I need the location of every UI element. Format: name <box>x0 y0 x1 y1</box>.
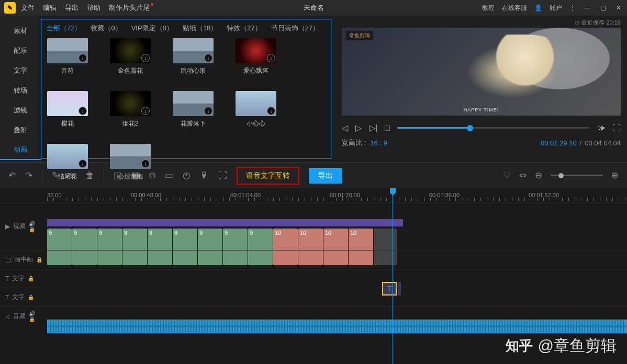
library-item-label: 结尾花 <box>58 172 77 181</box>
library-item-label: 烟花2 <box>122 119 139 128</box>
menu-help[interactable]: 帮助 <box>87 3 100 13</box>
menu-intro-outro[interactable]: 制作片头片尾 <box>109 3 153 13</box>
download-icon[interactable]: ↓ <box>204 107 212 115</box>
download-icon[interactable]: ↓ <box>141 160 150 168</box>
aspect-value[interactable]: 16 : 9 <box>370 139 387 147</box>
timecode-current: 00:01:29.10 <box>541 139 577 147</box>
menu-export[interactable]: 导出 <box>65 3 79 13</box>
library-tab[interactable]: 收藏（0） <box>91 24 121 33</box>
preview-panel: ◷ 最近保存 20:16 章鱼剪辑 HAPPY TIME! ◁ ▷ ▷| □ 🕪… <box>335 16 627 162</box>
library-item[interactable]: ↓音符 <box>47 38 88 75</box>
library-category-tabs: 全部（72）收藏（0）VIP限定（0）贴纸（18）特效（27）节日装饰（27） <box>47 24 326 33</box>
lock-icon[interactable]: 🔒 <box>28 276 34 281</box>
library-item-label: 小心心 <box>247 119 265 128</box>
mute-icon[interactable]: 🔊🔒 <box>29 221 35 232</box>
lock-icon[interactable]: 🔒 <box>28 294 34 300</box>
library-item-label: 心形泡泡 <box>118 172 143 181</box>
prev-frame-button[interactable]: ◁ <box>342 123 348 133</box>
library-item[interactable]: ↓心形泡泡 <box>109 144 151 181</box>
close-button[interactable]: ✕ <box>614 4 623 12</box>
download-icon[interactable]: ↓ <box>79 160 87 168</box>
download-icon[interactable]: ↓ <box>141 54 150 62</box>
link-service[interactable]: 在线客服 <box>502 4 527 13</box>
text-track-icon: T <box>5 294 9 301</box>
volume-icon[interactable]: 🕪 <box>597 123 605 133</box>
library-item-label: 音符 <box>61 66 74 75</box>
library-item[interactable]: ↓樱花 <box>47 91 88 128</box>
project-title: 未命名 <box>304 3 324 13</box>
marker-icon[interactable]: ♡ <box>503 170 511 181</box>
undo-icon[interactable]: ↶ <box>8 170 16 181</box>
library-tab[interactable]: 全部（72） <box>47 24 81 33</box>
download-icon[interactable]: ↓ <box>79 107 87 115</box>
side-tab-filter[interactable]: 滤镜 <box>0 100 41 120</box>
side-tab-material[interactable]: 素材 <box>0 21 41 41</box>
track-label: 音频 <box>13 312 26 321</box>
side-tab-transition[interactable]: 转场 <box>0 81 41 100</box>
menu-edit[interactable]: 编辑 <box>43 3 57 13</box>
side-tab-overlay[interactable]: 叠附 <box>0 120 41 140</box>
timecode-separator: / <box>580 139 582 147</box>
side-tab-animation[interactable]: 动画 <box>0 140 41 160</box>
preview-watermark: 章鱼剪辑 <box>346 31 373 40</box>
page-watermark: 知乎知乎 @章鱼剪辑@章鱼剪辑 <box>506 335 617 357</box>
library-tab[interactable]: 贴纸（18） <box>183 24 217 33</box>
play-button[interactable]: ▷ <box>355 123 362 133</box>
track-text-1: T文字🔒 T <box>0 269 627 288</box>
maximize-button[interactable]: ▢ <box>599 4 607 12</box>
save-status: ◷ 最近保存 20:16 <box>342 19 621 27</box>
mute-icon[interactable]: 🔊🔒 <box>29 311 35 322</box>
side-tab-text[interactable]: 文字 <box>0 61 41 81</box>
link-tutorial[interactable]: 教程 <box>482 4 495 13</box>
track-text-2: T文字🔒 <box>0 288 627 306</box>
library-item[interactable]: ↓跳动心形 <box>172 38 214 75</box>
more-icon[interactable]: ⋮ <box>569 4 576 12</box>
library-grid: ↓音符↓金色雪花↓跳动心形↓爱心飘落↓樱花↓烟花2↓花瓣落下↓小心心↓结尾花↓心… <box>47 38 326 181</box>
minimize-button[interactable]: — <box>583 4 591 12</box>
library-item-label: 爱心飘落 <box>243 66 268 75</box>
time-ruler[interactable]: 32.00 00:00:48.00 00:01:04.00 00:01:20.0… <box>0 188 627 202</box>
library-panel: 全部（72）收藏（0）VIP限定（0）贴纸（18）特效（27）节日装饰（27） … <box>41 19 331 159</box>
pip-track-icon: ▢ <box>5 256 11 264</box>
next-frame-button[interactable]: ▷| <box>369 123 377 133</box>
playhead[interactable] <box>393 188 393 364</box>
stop-button[interactable]: □ <box>385 123 390 133</box>
seek-bar[interactable] <box>397 127 589 129</box>
account-label[interactable]: 账户 <box>550 4 562 13</box>
track-label: 文字 <box>12 293 25 302</box>
track-audio: ♫音频🔊🔒 <box>0 306 627 325</box>
zoom-in-icon[interactable]: ⊕ <box>611 170 619 181</box>
library-item[interactable]: ↓结尾花 <box>47 144 88 181</box>
download-icon[interactable]: ↓ <box>79 54 87 62</box>
side-tab-music[interactable]: 配乐 <box>0 41 41 61</box>
video-track-icon: ▶ <box>5 223 10 230</box>
fullscreen-icon[interactable]: ⛶ <box>612 123 621 133</box>
download-icon[interactable]: ↓ <box>141 107 150 115</box>
aspect-label: 宽高比 : <box>342 138 366 147</box>
redo-icon[interactable]: ↷ <box>25 170 32 181</box>
library-item[interactable]: ↓爱心飘落 <box>235 38 277 75</box>
audio-clip[interactable] <box>47 320 627 333</box>
side-tabs: 素材 配乐 文字 转场 滤镜 叠附 动画 <box>0 16 41 162</box>
zoom-slider[interactable] <box>551 175 603 176</box>
library-tab[interactable]: VIP限定（0） <box>131 24 173 33</box>
lock-icon[interactable]: 🔒 <box>36 257 42 263</box>
library-item-label: 樱花 <box>61 119 74 128</box>
app-logo: ✎ <box>4 2 16 14</box>
library-item[interactable]: ↓小心心 <box>235 91 277 128</box>
audio-track-icon: ♫ <box>5 313 10 320</box>
preview-canvas[interactable]: 章鱼剪辑 HAPPY TIME! <box>342 28 621 116</box>
menu-file[interactable]: 文件 <box>21 3 35 13</box>
track-video: ▶视频🔊🔒 99999999910101010 <box>0 202 627 250</box>
library-tab[interactable]: 特效（27） <box>227 24 261 33</box>
library-item[interactable]: ↓花瓣落下 <box>172 91 214 128</box>
playbar: ◁ ▷ ▷| □ 🕪 ⛶ <box>342 123 621 133</box>
download-icon[interactable]: ↓ <box>267 54 275 62</box>
zoom-out-icon[interactable]: ⊖ <box>535 170 542 181</box>
fit-icon[interactable]: ⇔ <box>519 170 527 181</box>
library-item[interactable]: ↓金色雪花 <box>109 38 151 75</box>
download-icon[interactable]: ↓ <box>204 54 212 62</box>
download-icon[interactable]: ↓ <box>267 107 275 115</box>
library-tab[interactable]: 节日装饰（27） <box>271 24 319 33</box>
library-item[interactable]: ↓烟花2 <box>109 91 151 128</box>
